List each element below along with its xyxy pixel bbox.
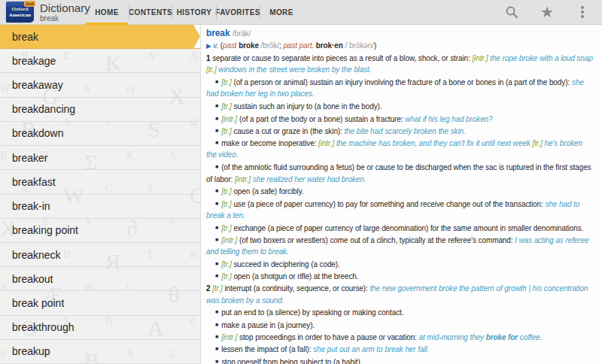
bullet-icon: ■	[215, 140, 218, 145]
entry-bullet: ■make or become inoperative: [intr.] the…	[206, 137, 594, 161]
bullet-icon: ■	[215, 334, 218, 339]
bullet-icon: ■	[215, 273, 218, 278]
sidebar-item-break-in[interactable]: break-in	[0, 195, 200, 219]
logo-text-line2: American	[9, 12, 32, 18]
sidebar-item-break[interactable]: break	[0, 25, 200, 49]
sidebar-item-breakup[interactable]: breakup	[0, 340, 200, 364]
sidebar-item-break-point[interactable]: break point	[0, 291, 200, 315]
app-logo-icon: 2nd Oxford American	[6, 2, 34, 23]
entry-bullet: ■(of the amniotic fluid surrounding a fe…	[206, 161, 594, 185]
entry-sense: 1 separate or cause to separate into pie…	[206, 53, 594, 77]
bullet-icon: ■	[215, 79, 218, 84]
logo-edition-badge: 2nd	[24, 1, 35, 7]
current-word-subtitle: break	[40, 14, 84, 23]
entry-bullet: ■[tr.] use (a piece of paper currency) t…	[206, 198, 594, 222]
entry-bullet: ■stop oneself from being subject to (a h…	[206, 356, 594, 364]
entry-bullet: ■[intr.] stop proceedings in order to ha…	[206, 331, 594, 343]
sidebar-item-label: break point	[12, 297, 64, 309]
bullet-icon: ■	[215, 346, 218, 351]
bullet-icon: ■	[215, 128, 218, 133]
tab-more[interactable]: MORE	[260, 0, 303, 25]
bullet-icon: ■	[215, 261, 218, 266]
sidebar-item-label: breakdancing	[12, 103, 75, 115]
sidebar-item-label: break-in	[12, 200, 50, 212]
bullet-icon: ■	[215, 188, 218, 193]
sidebar-item-breakdancing[interactable]: breakdancing	[0, 98, 200, 122]
logo-text-line1: Oxford	[12, 6, 29, 12]
sidebar-item-label: breakdown	[12, 127, 64, 139]
bullet-icon: ■	[215, 164, 218, 169]
entry-bullet: ■[tr.] cause a cut or graze in (the skin…	[206, 125, 594, 137]
sidebar-item-breakthrough[interactable]: breakthrough	[0, 316, 200, 340]
entry-pane[interactable]: break /brāk/▶ v. (past broke /brōk/; pas…	[200, 25, 602, 364]
title-block: Dictionary break	[40, 2, 84, 23]
sidebar-item-label: breaking point	[12, 224, 78, 236]
search-icon[interactable]	[504, 5, 519, 20]
entry-bullet: ■[tr.] open (a safe) forcibly.	[206, 185, 594, 197]
sidebar-item-label: breakout	[12, 273, 53, 285]
selected-arrow-notch	[193, 37, 200, 49]
entry-bullet: ■[intr.] (of a part of the body or a bon…	[206, 113, 594, 125]
entry-pos: ▶ v. (past broke /brōk/; past part. brok…	[206, 40, 594, 53]
tab-home[interactable]: HOME	[85, 0, 129, 25]
bullet-icon: ■	[215, 116, 218, 121]
sidebar-item-label: breakthrough	[12, 321, 74, 333]
word-list[interactable]: A∂SΩBЯΣKAÆWGθOXBA∂SΩBЯΣKAÆWGθOXBA∂SΩBЯΣK…	[0, 25, 200, 364]
sidebar-item-breakneck[interactable]: breakneck	[0, 243, 200, 267]
app-root: 2nd Oxford American Dictionary break HOM…	[0, 0, 602, 364]
tab-history[interactable]: HISTORY	[172, 0, 216, 25]
entry-bullet: ■lessen the impact of (a fall): she put …	[206, 343, 594, 355]
entry-sense: 2 [tr.] interrupt (a continuity, sequenc…	[206, 283, 594, 307]
bullet-icon: ■	[215, 237, 218, 242]
sidebar-item-label: breakfast	[12, 176, 56, 188]
sidebar-item-breaker[interactable]: breaker	[0, 146, 200, 170]
tab-contents[interactable]: CONTENTS	[129, 0, 172, 25]
sidebar-item-label: breakaway	[12, 79, 63, 91]
sidebar-item-breakdown[interactable]: breakdown	[0, 122, 200, 146]
tab-bar: HOMECONTENTSHISTORYFAVORITESMORE	[85, 0, 303, 25]
entry-bullet: ■put an end to (a silence) by speaking o…	[206, 306, 594, 318]
entry-bullet: ■[tr.] open (a shotgun or rifle) at the …	[206, 270, 594, 282]
sidebar-item-label: breakneck	[12, 249, 61, 261]
entry-headline: break /brāk/	[206, 28, 594, 40]
tab-favorites[interactable]: FAVORITES	[216, 0, 260, 25]
sidebar-item-breakage[interactable]: breakage	[0, 49, 200, 73]
app-header: 2nd Oxford American Dictionary break HOM…	[0, 0, 602, 25]
bullet-icon: ■	[215, 225, 218, 230]
sidebar-item-label: breakage	[12, 55, 56, 67]
sidebar-item-breakfast[interactable]: breakfast	[0, 170, 200, 194]
bullet-icon: ■	[215, 103, 218, 108]
sidebar-item-breaking-point[interactable]: breaking point	[0, 219, 200, 243]
entry-bullet: ■make a pause in (a journey).	[206, 319, 594, 331]
header-actions: ★	[504, 5, 602, 20]
overflow-menu-icon[interactable]	[575, 5, 590, 20]
entry-bullet: ■[tr.] succeed in deciphering (a code).	[206, 258, 594, 270]
entry-bullet: ■[tr.] (of a person or animal) sustain a…	[206, 76, 594, 100]
bullet-icon: ■	[215, 322, 218, 327]
sidebar-item-breakaway[interactable]: breakaway	[0, 73, 200, 97]
sidebar-item-label: breaker	[12, 152, 47, 164]
bullet-icon: ■	[215, 201, 218, 206]
bullet-icon: ■	[215, 309, 218, 314]
entry-bullet: ■[tr.] exchange (a piece of paper curren…	[206, 222, 594, 234]
favorite-star-icon[interactable]: ★	[540, 5, 555, 20]
sidebar-item-breakout[interactable]: breakout	[0, 267, 200, 291]
selected-arrow-notch	[193, 25, 200, 37]
sidebar-item-label: break	[12, 31, 38, 43]
bullet-icon: ■	[215, 359, 218, 364]
entry-bullet: ■[intr.] (of two boxers or wrestlers) co…	[206, 234, 594, 258]
sidebar-item-label: breakup	[12, 345, 50, 357]
entry-bullet: ■[tr.] sustain such an injury to (a bone…	[206, 100, 594, 112]
app-title: Dictionary	[40, 2, 84, 14]
